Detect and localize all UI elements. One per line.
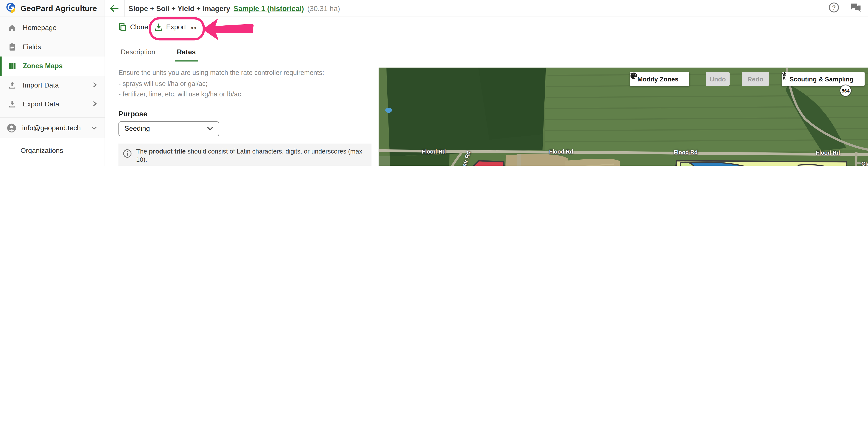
- sidebar: GeoPard Agriculture Homepage Fields Zone…: [0, 0, 105, 166]
- purpose-label: Purpose: [118, 109, 373, 118]
- clone-icon: [118, 23, 127, 32]
- tab-description[interactable]: Description: [118, 45, 157, 62]
- chevron-right-icon: [92, 101, 97, 108]
- tab-rates[interactable]: Rates: [175, 45, 198, 62]
- user-icon: [7, 123, 17, 133]
- zones-map-title: Slope + Soil + Yield + Imagery: [128, 4, 230, 12]
- map-icon: [8, 62, 17, 70]
- sidebar-item-label: Import Data: [23, 81, 59, 89]
- account-menu[interactable]: info@geopard.tech: [0, 118, 104, 138]
- header: Slope + Soil + Yield + Imagery Sample 1 …: [0, 0, 868, 17]
- page-title: Slope + Soil + Yield + Imagery Sample 1 …: [128, 0, 340, 17]
- geopard-logo-icon: [6, 2, 17, 14]
- clipboard-icon: [8, 43, 17, 52]
- units-note: Ensure the units you are using match the…: [118, 67, 373, 100]
- sidebar-item-label: Zones Maps: [23, 62, 63, 70]
- chevron-down-icon: [91, 124, 97, 132]
- help-button[interactable]: ?: [829, 2, 839, 15]
- svg-text:?: ?: [832, 4, 836, 11]
- sidebar-item-export-data[interactable]: Export Data: [0, 95, 104, 114]
- product-info-note: The product title should consist of Lati…: [118, 143, 371, 166]
- brand-name: GeoPard Agriculture: [21, 4, 97, 13]
- sidebar-item-label: Fields: [23, 43, 41, 51]
- undo-button[interactable]: Undo: [706, 72, 730, 86]
- annotation-arrow: [202, 15, 254, 43]
- sidebar-item-label: Export Data: [23, 101, 59, 108]
- sidebar-item-organizations[interactable]: Organizations: [0, 141, 104, 160]
- map-canvas[interactable]: Modify Zones Undo Redo Scouting & Sampli…: [379, 67, 868, 166]
- sidebar-item-import-data[interactable]: Import Data: [0, 76, 104, 95]
- field-link[interactable]: Sample 1 (historical): [234, 4, 304, 12]
- sidebar-item-homepage[interactable]: Homepage: [0, 18, 104, 37]
- sidebar-item-fields[interactable]: Fields: [0, 37, 104, 56]
- chevron-down-icon: [207, 125, 213, 133]
- modify-zones-button[interactable]: Modify Zones: [630, 72, 689, 86]
- app-root: GeoPard Agriculture Homepage Fields Zone…: [0, 0, 868, 166]
- export-button[interactable]: Export: [154, 23, 186, 32]
- rates-panel: Ensure the units you are using match the…: [118, 67, 373, 166]
- sidebar-item-label: Homepage: [23, 24, 57, 32]
- clone-button[interactable]: Clone: [118, 23, 148, 32]
- info-icon: [123, 149, 132, 158]
- export-download-icon: [154, 23, 163, 32]
- download-icon: [8, 100, 17, 109]
- sidebar-nav: Homepage Fields Zones Maps Import Data E…: [0, 18, 104, 114]
- redo-button[interactable]: Redo: [742, 72, 769, 86]
- chat-button[interactable]: [850, 2, 861, 14]
- back-arrow-icon: [110, 4, 119, 12]
- scouting-sampling-button[interactable]: Scouting & Sampling: [782, 72, 865, 86]
- toolbar: Clone Export ••: [105, 17, 868, 44]
- purpose-select[interactable]: Seeding: [118, 121, 219, 136]
- account-email: info@geopard.tech: [22, 124, 81, 132]
- chevron-right-icon: [92, 81, 97, 89]
- sidebar-item-zones-maps[interactable]: Zones Maps: [0, 56, 104, 76]
- back-button[interactable]: [104, 0, 124, 17]
- tabs: Description Rates: [118, 45, 198, 62]
- account-submenu: Organizations Subscription Farms Integra…: [0, 138, 104, 166]
- upload-icon: [8, 81, 17, 90]
- home-icon: [8, 24, 17, 32]
- brand: GeoPard Agriculture: [0, 0, 104, 17]
- field-area: (30.31 ha): [307, 4, 340, 12]
- sidebar-item-subscription[interactable]: Subscription: [0, 160, 104, 166]
- more-options-button[interactable]: ••: [191, 24, 197, 32]
